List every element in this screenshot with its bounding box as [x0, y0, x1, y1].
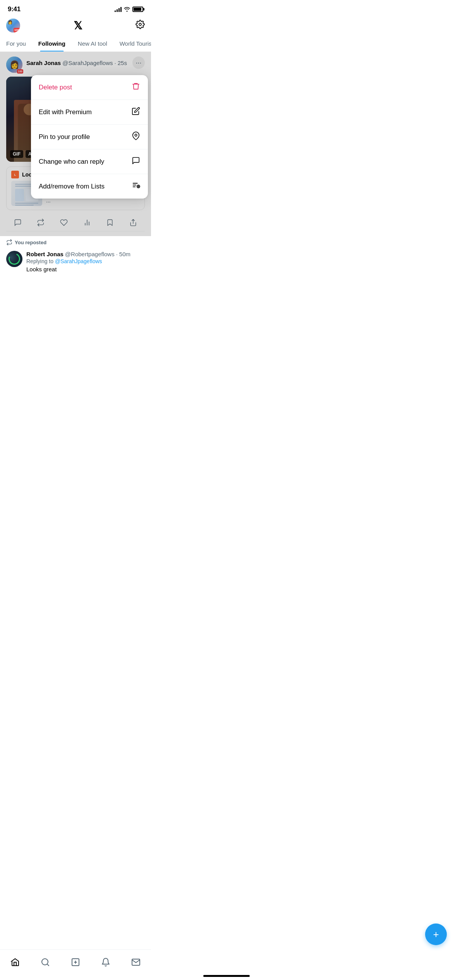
tweet2-reply-link[interactable]: @SarahJpageflows — [55, 258, 102, 264]
menu-item-change-reply[interactable]: Change who can reply — [31, 149, 148, 174]
tabs-container: For you Following New AI tool World Tour… — [0, 36, 151, 52]
menu-item-pin[interactable]: Pin to your profile — [31, 125, 148, 149]
wifi-icon — [124, 7, 130, 12]
pin-icon — [132, 132, 140, 142]
tweet2-content: Robert Jonas @Robertpageflows · 50m Repl… — [26, 251, 145, 272]
tweet2-reply-line: Replying to @SarahJpageflows — [26, 258, 145, 264]
tweet2-author-name: Robert Jonas — [26, 251, 63, 257]
app-header: 👩 100 𝕏 — [0, 15, 151, 36]
svg-rect-3 — [133, 187, 136, 187]
x-logo: 𝕏 — [74, 19, 82, 32]
tab-following[interactable]: Following — [32, 36, 72, 51]
menu-item-add-list[interactable]: Add/remove from Lists — [31, 174, 148, 199]
user-avatar[interactable]: 👩 100 — [6, 19, 20, 33]
tweet2-author-line: Robert Jonas @Robertpageflows · 50m — [26, 251, 145, 257]
menu-item-pin-label: Pin to your profile — [39, 133, 90, 141]
svg-point-0 — [135, 134, 137, 136]
menu-item-delete[interactable]: Delete post — [31, 75, 148, 100]
chat-icon — [132, 156, 140, 167]
tweet2-avatar[interactable] — [6, 251, 22, 267]
tweet2-author-handle: @Robertpageflows — [65, 251, 115, 257]
battery-icon — [132, 7, 143, 12]
tweet2-container: Robert Jonas @Robertpageflows · 50m Repl… — [0, 248, 151, 272]
status-time: 9:41 — [8, 5, 21, 13]
tab-new-ai-tool[interactable]: New AI tool — [72, 36, 113, 51]
tweet2-text: Looks great — [26, 266, 145, 272]
menu-item-change-reply-label: Change who can reply — [39, 158, 104, 166]
menu-item-add-list-label: Add/remove from Lists — [39, 183, 105, 190]
settings-icon[interactable] — [136, 20, 145, 31]
tweet2-header: Robert Jonas @Robertpageflows · 50m Repl… — [6, 251, 145, 272]
tweet2-time: · — [116, 251, 118, 257]
list-add-icon — [132, 181, 140, 192]
tab-for-you[interactable]: For you — [0, 36, 32, 51]
tweet-container: 👩 100 Sarah Jonas @SarahJpageflows · 25s… — [0, 52, 151, 236]
svg-rect-2 — [133, 185, 136, 185]
dropdown-menu: Delete post Edit with Premium Pin to — [31, 75, 148, 199]
svg-rect-1 — [133, 183, 138, 184]
tweet2-time-value: 50m — [119, 251, 130, 257]
repost-text: You reposted — [15, 240, 46, 245]
status-bar: 9:41 — [0, 0, 151, 15]
menu-item-edit[interactable]: Edit with Premium — [31, 100, 148, 125]
trash-icon — [132, 82, 140, 93]
menu-item-edit-label: Edit with Premium — [39, 108, 92, 116]
menu-item-delete-label: Delete post — [39, 84, 72, 91]
repost-icon — [6, 239, 12, 245]
status-icons — [115, 7, 143, 12]
signal-icon — [115, 7, 122, 12]
avatar-badge: 100 — [14, 28, 20, 33]
edit-icon — [132, 107, 140, 117]
repost-banner: You reposted — [0, 236, 151, 248]
tab-world-tourism[interactable]: World Tourism Day — [113, 36, 151, 51]
